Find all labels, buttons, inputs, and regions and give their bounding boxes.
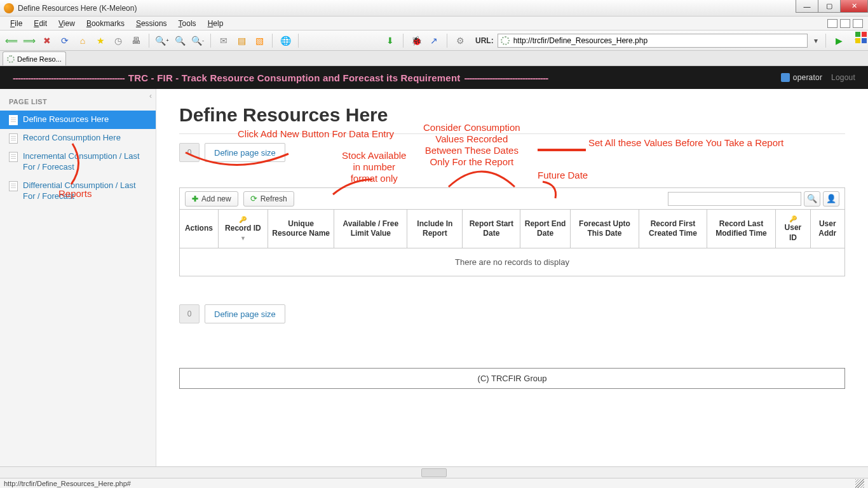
define-page-size-button-bottom[interactable]: Define page size bbox=[205, 304, 285, 323]
col-modified[interactable]: Record Last Modified Time bbox=[707, 210, 776, 248]
col-include-report[interactable]: Include In Report bbox=[407, 210, 463, 248]
sort-icon: ▼ bbox=[222, 235, 264, 243]
page-title: Define Resources Here bbox=[179, 104, 845, 126]
menu-tools[interactable]: Tools bbox=[173, 18, 201, 29]
header-dashes-left: ----------------------------------------… bbox=[13, 72, 125, 83]
share-button[interactable]: ↗ bbox=[426, 33, 442, 48]
col-record-id[interactable]: 🔑Record ID▼ bbox=[218, 210, 268, 248]
tab-strip: Define Reso... bbox=[0, 51, 868, 66]
url-dropdown[interactable]: ▾ bbox=[811, 36, 820, 45]
menu-bar: File Edit View Bookmarks Sessions Tools … bbox=[0, 17, 868, 30]
forward-button[interactable]: ⟹ bbox=[22, 33, 37, 48]
page-icon bbox=[9, 181, 18, 191]
horizontal-scrollbar[interactable] bbox=[0, 466, 868, 478]
col-resource-name[interactable]: Unique Resource Name bbox=[268, 210, 334, 248]
resize-grip[interactable] bbox=[855, 479, 864, 488]
header-dashes-right: --------------------------------- bbox=[464, 72, 548, 83]
sidebar-item-define-resources[interactable]: Define Resources Here bbox=[0, 111, 156, 129]
settings-button[interactable]: ⚙ bbox=[452, 33, 468, 48]
browser-tab[interactable]: Define Reso... bbox=[3, 51, 66, 65]
col-user-addr[interactable]: User Addr bbox=[810, 210, 844, 248]
window-title: Define Resources Here (K-Meleon) bbox=[18, 4, 137, 13]
app-header: ----------------------------------------… bbox=[0, 66, 868, 89]
empty-message: There are no records to display bbox=[180, 248, 845, 276]
advanced-search-button[interactable]: 👤 bbox=[823, 191, 839, 207]
tab-loading-icon bbox=[7, 55, 15, 63]
key-icon: 🔑 bbox=[780, 215, 806, 223]
url-label: URL: bbox=[475, 36, 494, 45]
svg-rect-0 bbox=[855, 32, 860, 37]
panel-icon-3[interactable] bbox=[853, 19, 863, 28]
username-label: operator bbox=[793, 73, 822, 82]
menu-edit[interactable]: Edit bbox=[29, 18, 52, 29]
mail-button[interactable]: ✉ bbox=[216, 33, 231, 48]
add-new-label: Add new bbox=[201, 194, 231, 203]
notes-button[interactable]: ▤ bbox=[234, 33, 249, 48]
sidebar-collapse-button[interactable]: ‹ bbox=[149, 92, 152, 100]
sidebar-item-record-consumption[interactable]: Record Consumption Here bbox=[0, 129, 156, 147]
download-button[interactable]: ⬇ bbox=[383, 33, 398, 48]
col-user-id[interactable]: 🔑User ID bbox=[776, 210, 810, 248]
svg-rect-3 bbox=[862, 38, 867, 43]
user-badge[interactable]: operator bbox=[781, 73, 822, 82]
copyright-footer: (C) TRCFIR Group bbox=[179, 368, 845, 389]
page-icon bbox=[9, 115, 18, 125]
plus-icon: ✚ bbox=[192, 194, 198, 203]
col-created[interactable]: Record First Created Time bbox=[639, 210, 707, 248]
col-report-start[interactable]: Report Start Date bbox=[463, 210, 520, 248]
print-button[interactable]: 🖶 bbox=[128, 33, 144, 48]
data-table: Actions 🔑Record ID▼ Unique Resource Name… bbox=[179, 209, 845, 276]
sidebar-heading: PAGE LIST bbox=[0, 95, 156, 111]
home-button[interactable]: ⌂ bbox=[75, 33, 90, 48]
bug-button[interactable]: 🐞 bbox=[409, 33, 424, 48]
menu-bookmarks[interactable]: Bookmarks bbox=[81, 18, 130, 29]
search-button[interactable]: 🔍 bbox=[804, 191, 820, 207]
window-maximize-button[interactable]: ▢ bbox=[818, 0, 841, 13]
history-button[interactable]: ◷ bbox=[111, 33, 126, 48]
col-available[interactable]: Available / Free Limit Value bbox=[334, 210, 407, 248]
zoom-in-button[interactable]: 🔍+ bbox=[154, 33, 170, 48]
zoom-out-button[interactable]: 🔍- bbox=[190, 33, 205, 48]
menu-file[interactable]: File bbox=[5, 18, 27, 29]
menu-sessions[interactable]: Sessions bbox=[131, 18, 172, 29]
refresh-icon: ⟳ bbox=[250, 194, 257, 203]
page-icon bbox=[9, 133, 18, 144]
rss-button[interactable]: ▧ bbox=[252, 33, 267, 48]
extension-icon[interactable] bbox=[855, 32, 867, 43]
panel-icon-1[interactable] bbox=[827, 19, 837, 28]
menu-view[interactable]: View bbox=[53, 18, 80, 29]
panel-icon-2[interactable] bbox=[840, 19, 850, 28]
zoom-reset-button[interactable]: 🔍 bbox=[172, 33, 187, 48]
col-actions[interactable]: Actions bbox=[180, 210, 219, 248]
url-box[interactable] bbox=[498, 34, 808, 48]
back-button[interactable]: ⟸ bbox=[4, 33, 19, 48]
svg-rect-2 bbox=[855, 38, 860, 43]
sidebar-item-label: Differential Consumption / Last For / Fo… bbox=[23, 180, 147, 202]
globe-button[interactable]: 🌐 bbox=[278, 33, 293, 48]
col-report-end[interactable]: Report End Date bbox=[520, 210, 570, 248]
scrollbar-thumb[interactable] bbox=[421, 468, 447, 477]
browser-toolbar: ⟸ ⟹ ✖ ⟳ ⌂ ★ ◷ 🖶 🔍+ 🔍 🔍- ✉ ▤ ▧ 🌐 ⬇ 🐞 ↗ ⚙ … bbox=[0, 30, 868, 51]
search-input[interactable] bbox=[668, 192, 801, 206]
sidebar: ‹ PAGE LIST Define Resources Here Record… bbox=[0, 89, 156, 466]
add-new-button[interactable]: ✚Add new bbox=[185, 191, 238, 207]
sidebar-item-label: Incremental Consumption / Last For / For… bbox=[23, 151, 147, 173]
logout-link[interactable]: Logout bbox=[831, 73, 855, 82]
window-minimize-button[interactable]: — bbox=[796, 0, 818, 13]
col-forecast[interactable]: Forecast Upto This Date bbox=[570, 210, 639, 248]
window-close-button[interactable]: ✕ bbox=[840, 0, 868, 13]
annotation-future: Future Date bbox=[538, 170, 588, 181]
favorites-button[interactable]: ★ bbox=[93, 33, 108, 48]
sidebar-item-label: Record Consumption Here bbox=[23, 133, 121, 144]
reload-button[interactable]: ⟳ bbox=[57, 33, 72, 48]
stop-button[interactable]: ✖ bbox=[39, 33, 55, 48]
sidebar-item-incremental[interactable]: Incremental Consumption / Last For / For… bbox=[0, 147, 156, 177]
url-input[interactable] bbox=[513, 36, 804, 45]
sidebar-item-label: Define Resources Here bbox=[23, 114, 109, 125]
sidebar-item-differential[interactable]: Differential Consumption / Last For / Fo… bbox=[0, 177, 156, 206]
refresh-button[interactable]: ⟳Refresh bbox=[243, 191, 294, 207]
menu-help[interactable]: Help bbox=[203, 18, 229, 29]
define-page-size-button[interactable]: Define page size bbox=[205, 143, 285, 162]
svg-rect-1 bbox=[862, 32, 867, 37]
go-button[interactable]: ▶ bbox=[831, 33, 846, 48]
